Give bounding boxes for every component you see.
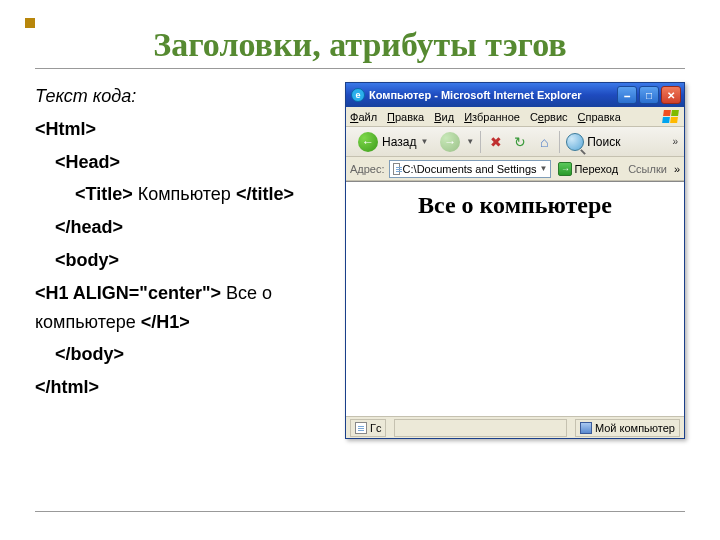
code-column: Текст кода: <Html> <Head> <Title> Компью… <box>35 82 337 439</box>
search-button[interactable]: Поиск <box>566 133 620 151</box>
back-label: Назад <box>382 135 416 149</box>
home-button[interactable]: ⌂ <box>535 133 553 151</box>
go-button[interactable]: → Переход <box>555 161 621 177</box>
status-zone-text: Мой компьютер <box>595 422 675 434</box>
separator <box>480 131 481 153</box>
computer-icon <box>580 422 592 434</box>
address-input[interactable]: C:\Documents and Settings ▼ <box>389 160 552 178</box>
forward-button[interactable]: → <box>440 132 460 152</box>
slide-corner-decoration <box>25 18 35 28</box>
chevron-down-icon: ▼ <box>466 137 474 146</box>
minimize-button[interactable]: ‒ <box>617 86 637 104</box>
search-label: Поиск <box>587 135 620 149</box>
slide-title: Заголовки, атрибуты тэгов <box>35 26 685 64</box>
menu-view[interactable]: Вид <box>434 111 454 123</box>
menu-tools[interactable]: Сервис <box>530 111 568 123</box>
ie-window: e Компьютер - Microsoft Internet Explore… <box>345 82 685 439</box>
page-icon <box>355 422 367 434</box>
toolbar-overflow-icon[interactable]: » <box>672 136 678 147</box>
status-left-text: Гс <box>370 422 381 434</box>
stop-button[interactable]: ✖ <box>487 133 505 151</box>
divider-bottom <box>35 511 685 512</box>
maximize-button[interactable]: □ <box>639 86 659 104</box>
back-button[interactable]: ← Назад ▼ <box>352 130 434 154</box>
refresh-button[interactable]: ↻ <box>511 133 529 151</box>
separator <box>559 131 560 153</box>
code-line: </body> <box>35 340 337 369</box>
status-left: Гс <box>350 419 386 437</box>
search-icon <box>566 133 584 151</box>
code-line: <H1 ALIGN="center"> Все о компьютере </H… <box>35 279 337 337</box>
code-line: <Title> Компьютер </title> <box>35 180 337 209</box>
menu-edit[interactable]: Правка <box>387 111 424 123</box>
address-label: Адрес: <box>350 163 385 175</box>
page-viewport: Все о компьютере <box>346 181 684 416</box>
chevron-down-icon[interactable]: ▼ <box>540 164 548 173</box>
menu-favorites[interactable]: Избранное <box>464 111 520 123</box>
chevron-down-icon: ▼ <box>420 137 428 146</box>
page-icon <box>393 163 400 175</box>
ie-logo-icon: e <box>351 88 365 102</box>
statusbar: Гс Мой компьютер <box>346 416 684 438</box>
go-arrow-icon: → <box>558 162 572 176</box>
window-title: Компьютер - Microsoft Internet Explorer <box>369 89 613 101</box>
code-line: <Head> <box>35 148 337 177</box>
menubar: Файл Правка Вид Избранное Сервис Справка <box>346 107 684 127</box>
status-zone: Мой компьютер <box>575 419 680 437</box>
titlebar: e Компьютер - Microsoft Internet Explore… <box>346 83 684 107</box>
code-line: <body> <box>35 246 337 275</box>
go-label: Переход <box>574 163 618 175</box>
addr-overflow-icon[interactable]: » <box>674 163 680 175</box>
close-button[interactable]: ✕ <box>661 86 681 104</box>
address-bar: Адрес: C:\Documents and Settings ▼ → Пер… <box>346 157 684 181</box>
toolbar: ← Назад ▼ → ▼ ✖ ↻ ⌂ Поиск » <box>346 127 684 157</box>
code-line: </html> <box>35 373 337 402</box>
address-value: C:\Documents and Settings <box>403 163 537 175</box>
code-label: Текст кода: <box>35 82 337 111</box>
divider-top <box>35 68 685 69</box>
menu-file[interactable]: Файл <box>350 111 377 123</box>
status-spacer <box>394 419 566 437</box>
page-heading: Все о компьютере <box>356 192 674 219</box>
links-label[interactable]: Ссылки <box>625 163 670 175</box>
code-line: <Html> <box>35 115 337 144</box>
windows-logo-icon <box>660 108 680 126</box>
back-arrow-icon: ← <box>358 132 378 152</box>
menu-help[interactable]: Справка <box>578 111 621 123</box>
code-line: </head> <box>35 213 337 242</box>
